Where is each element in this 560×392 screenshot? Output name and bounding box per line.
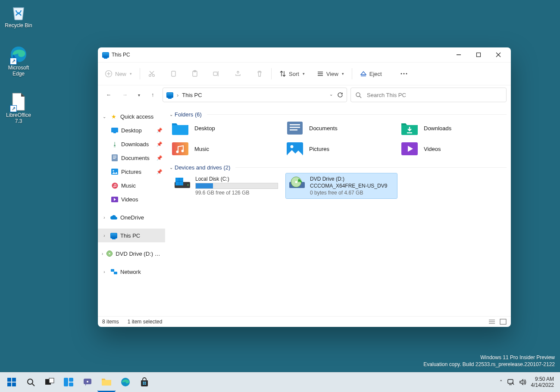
drives-section-header[interactable]: ⌄Devices and drives (2)	[169, 164, 507, 171]
desktop-folder-icon	[171, 120, 189, 136]
svg-rect-43	[287, 122, 303, 135]
svg-point-53	[291, 145, 294, 148]
refresh-button[interactable]	[337, 92, 343, 98]
minimize-button[interactable]	[449, 47, 469, 62]
svg-point-23	[406, 73, 407, 75]
desktop-icon-libreoffice[interactable]: ↗ LibreOffice 7.3	[2, 92, 35, 124]
copy-icon	[169, 70, 177, 78]
nav-this-pc[interactable]: › This PC	[98, 229, 165, 242]
details-view-button[interactable]	[488, 319, 495, 325]
star-icon: ★	[110, 113, 118, 120]
tray-overflow-button[interactable]: ˄	[500, 379, 503, 386]
paste-button[interactable]	[188, 68, 201, 79]
search-button[interactable]	[22, 373, 40, 391]
new-button[interactable]: New▾	[102, 68, 135, 79]
share-button[interactable]	[232, 68, 244, 79]
sort-button[interactable]: Sort▾	[277, 69, 307, 79]
desktop-icon-recycle-bin[interactable]: Recycle Bin	[2, 3, 35, 28]
windows-logo-icon	[7, 377, 16, 387]
music-icon	[111, 182, 119, 189]
svg-rect-84	[143, 382, 144, 383]
nav-item-downloads[interactable]: ⭳ Downloads📌	[98, 137, 165, 151]
shortcut-overlay-icon: ↗	[10, 58, 17, 65]
search-icon	[355, 92, 362, 98]
search-input[interactable]	[366, 91, 502, 99]
task-view-button[interactable]	[41, 373, 59, 391]
folder-documents[interactable]: Documents	[286, 120, 392, 136]
nav-item-videos[interactable]: Videos	[98, 192, 165, 206]
svg-rect-87	[145, 383, 146, 385]
folder-downloads[interactable]: Downloads	[400, 120, 507, 136]
address-bar[interactable]: › This PC ⌄	[163, 88, 347, 102]
svg-rect-40	[111, 269, 114, 272]
share-icon	[234, 70, 242, 78]
more-button[interactable]	[397, 69, 410, 79]
nav-onedrive[interactable]: › OneDrive	[98, 210, 165, 224]
maximize-button[interactable]	[469, 47, 488, 62]
store-taskbar-button[interactable]	[135, 373, 153, 391]
widgets-button[interactable]	[59, 373, 78, 391]
back-button[interactable]: ←	[102, 88, 115, 101]
taskbar-clock[interactable]: 9:50 AM 4/14/2022	[531, 376, 554, 389]
cut-button[interactable]	[145, 68, 158, 79]
svg-rect-12	[172, 71, 175, 76]
rename-button[interactable]	[210, 68, 223, 79]
drive-dvd-d[interactable]: DVD Drive (D:) CCCOMA_X64FRE_EN-US_DV9 0…	[286, 173, 397, 198]
address-dropdown-button[interactable]: ⌄	[329, 92, 333, 98]
dvd-icon	[106, 250, 113, 257]
svg-line-74	[32, 384, 34, 386]
svg-point-8	[149, 75, 151, 77]
drive-local-c[interactable]: Local Disk (C:) 99.6 GB free of 126 GB	[171, 173, 282, 198]
svg-point-35	[113, 186, 115, 187]
copy-button[interactable]	[167, 68, 180, 79]
network-tray-icon	[507, 379, 515, 386]
nav-dvd-drive[interactable]: › DVD Drive (D:) CCCOMA_X64FRE_EN-US_DV9	[98, 247, 165, 260]
view-button[interactable]: View▾	[314, 69, 347, 79]
large-icons-view-button[interactable]	[500, 319, 507, 325]
window-title: This PC	[112, 52, 130, 58]
folder-desktop[interactable]: Desktop	[171, 120, 277, 136]
recent-locations-button[interactable]: ▾	[135, 88, 143, 101]
svg-rect-71	[7, 383, 11, 386]
large-icons-view-icon	[500, 319, 507, 325]
desktop-icon-edge[interactable]: ↗ Microsoft Edge	[2, 45, 35, 77]
nav-item-pictures[interactable]: Pictures📌	[98, 165, 165, 179]
forward-button[interactable]: →	[119, 88, 131, 101]
folder-pictures[interactable]: Pictures	[286, 141, 392, 157]
svg-rect-79	[69, 383, 73, 386]
svg-point-81	[87, 381, 88, 383]
nav-item-documents[interactable]: Documents📌	[98, 151, 165, 165]
svg-rect-41	[114, 272, 117, 274]
svg-rect-30	[113, 157, 116, 157]
start-button[interactable]	[3, 373, 21, 391]
tray-volume-button[interactable]	[519, 379, 527, 386]
tray-network-button[interactable]	[507, 379, 515, 386]
search-box[interactable]	[350, 88, 507, 102]
svg-rect-78	[69, 378, 73, 382]
nav-quick-access[interactable]: ⌄ ★ Quick access	[98, 110, 165, 123]
folder-videos[interactable]: Videos	[400, 141, 507, 157]
up-button[interactable]: ↑	[146, 88, 159, 101]
music-folder-icon	[171, 141, 189, 157]
svg-rect-57	[175, 178, 179, 181]
edge-taskbar-button[interactable]	[116, 373, 135, 391]
network-icon	[110, 268, 118, 276]
folder-music[interactable]: Music	[171, 141, 277, 157]
drive-usage-bar	[195, 183, 278, 189]
file-explorer-taskbar-button[interactable]	[97, 373, 116, 392]
edge-icon: ↗	[9, 45, 28, 64]
documents-folder-icon	[286, 120, 304, 136]
this-pc-icon	[166, 92, 173, 98]
nav-network[interactable]: › Network	[98, 265, 165, 279]
titlebar[interactable]: This PC	[98, 47, 511, 62]
nav-item-desktop[interactable]: Desktop📌	[98, 123, 165, 137]
close-button[interactable]	[488, 47, 508, 62]
file-explorer-window: This PC New▾ Sort▾	[98, 47, 511, 327]
folders-section-header[interactable]: ⌄Folders (6)	[169, 111, 507, 118]
eject-button[interactable]: Eject	[357, 69, 385, 79]
svg-rect-72	[12, 383, 16, 386]
chat-button[interactable]	[78, 373, 97, 391]
windows-watermark: Windows 11 Pro Insider Preview Evaluatio…	[423, 354, 555, 368]
delete-button[interactable]	[253, 68, 266, 79]
nav-item-music[interactable]: Music	[98, 179, 165, 192]
